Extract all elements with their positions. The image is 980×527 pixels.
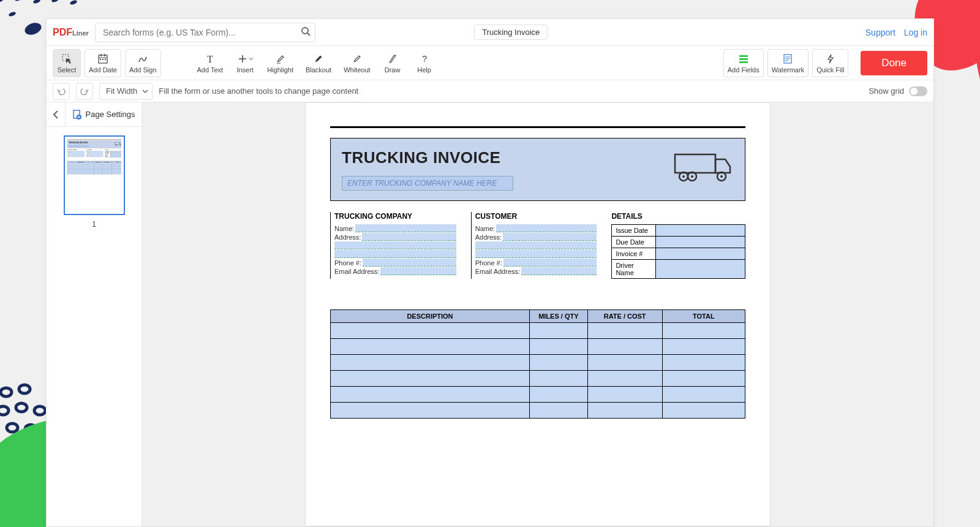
help-button[interactable]: ? Help bbox=[410, 49, 439, 77]
cust-address2-field[interactable] bbox=[86, 153, 103, 154]
table-cell[interactable] bbox=[662, 387, 745, 403]
table-row[interactable] bbox=[331, 387, 745, 403]
tc-name-field[interactable] bbox=[355, 224, 456, 232]
table-cell[interactable] bbox=[529, 371, 587, 387]
cust-phone-field[interactable] bbox=[90, 155, 103, 156]
table-cell[interactable] bbox=[102, 170, 111, 172]
cust-address-field[interactable] bbox=[90, 152, 104, 153]
table-row[interactable] bbox=[331, 339, 745, 355]
table-cell[interactable] bbox=[94, 162, 102, 164]
table-row[interactable] bbox=[67, 165, 121, 167]
page-thumbnail[interactable]: TRUCKING INVOICE ENTER TRUCKING COMPANY … bbox=[64, 135, 125, 215]
details-field[interactable] bbox=[656, 260, 745, 279]
blackout-button[interactable]: Blackout bbox=[301, 49, 336, 77]
table-cell[interactable] bbox=[94, 172, 102, 174]
redo-button[interactable] bbox=[76, 83, 93, 100]
table-cell[interactable] bbox=[67, 169, 94, 170]
zoom-select[interactable]: Fit Width bbox=[99, 83, 153, 100]
table-cell[interactable] bbox=[662, 403, 745, 419]
table-cell[interactable] bbox=[662, 323, 745, 339]
table-cell[interactable] bbox=[67, 170, 94, 172]
table-cell[interactable] bbox=[111, 167, 121, 169]
table-cell[interactable] bbox=[662, 371, 745, 387]
table-cell[interactable] bbox=[67, 167, 94, 169]
table-cell[interactable] bbox=[102, 167, 111, 169]
draw-button[interactable]: Draw bbox=[379, 49, 407, 77]
table-cell[interactable] bbox=[67, 172, 94, 174]
show-grid-toggle[interactable] bbox=[909, 86, 927, 96]
table-cell[interactable] bbox=[94, 167, 102, 169]
select-button[interactable]: Select bbox=[53, 49, 81, 77]
details-field[interactable] bbox=[110, 154, 121, 155]
search-input[interactable] bbox=[95, 23, 315, 42]
table-cell[interactable] bbox=[331, 323, 530, 339]
insert-button[interactable]: Insert bbox=[231, 49, 259, 77]
details-field[interactable] bbox=[656, 248, 745, 260]
cust-name-field[interactable] bbox=[89, 151, 103, 152]
cust-address3-field[interactable] bbox=[86, 154, 103, 155]
company-name-field[interactable]: ENTER TRUCKING COMPANY NAME HERE bbox=[342, 176, 513, 191]
tc-address2-field[interactable] bbox=[67, 153, 84, 154]
table-cell[interactable] bbox=[94, 170, 102, 172]
cust-phone-field[interactable] bbox=[503, 259, 597, 267]
details-field[interactable] bbox=[110, 155, 121, 157]
tc-address3-field[interactable] bbox=[334, 250, 456, 258]
add-date-button[interactable]: Add Date bbox=[85, 49, 121, 77]
quick-fill-button[interactable]: Quick Fill bbox=[812, 49, 848, 77]
table-row[interactable] bbox=[331, 403, 745, 419]
table-cell[interactable] bbox=[67, 165, 94, 167]
table-cell[interactable] bbox=[331, 355, 530, 371]
table-row[interactable] bbox=[331, 355, 745, 371]
tc-name-field[interactable] bbox=[70, 151, 84, 152]
table-cell[interactable] bbox=[529, 339, 587, 355]
thumbnails-panel[interactable]: TRUCKING INVOICE ENTER TRUCKING COMPANY … bbox=[47, 127, 141, 237]
tc-address2-field[interactable] bbox=[334, 241, 456, 249]
highlight-button[interactable]: Highlight bbox=[263, 49, 298, 77]
table-cell[interactable] bbox=[111, 169, 121, 170]
tc-phone-field[interactable] bbox=[71, 155, 84, 156]
document-page[interactable]: TRUCKING INVOICE ENTER TRUCKING COMPANY … bbox=[305, 102, 771, 526]
done-button[interactable]: Done bbox=[861, 51, 927, 75]
table-cell[interactable] bbox=[662, 339, 745, 355]
table-cell[interactable] bbox=[331, 387, 530, 403]
details-field[interactable] bbox=[656, 237, 745, 248]
sidebar-back-button[interactable] bbox=[47, 110, 65, 119]
add-text-button[interactable]: T Add Text bbox=[193, 49, 228, 77]
tc-address-field[interactable] bbox=[362, 233, 456, 241]
details-field[interactable] bbox=[110, 153, 121, 154]
table-row[interactable] bbox=[67, 170, 121, 172]
table-row[interactable] bbox=[331, 323, 745, 339]
page-settings-button[interactable]: Page Settings bbox=[65, 102, 141, 126]
whiteout-button[interactable]: Whiteout bbox=[339, 49, 374, 77]
cust-email-field[interactable] bbox=[521, 267, 597, 275]
undo-button[interactable] bbox=[53, 83, 70, 100]
table-cell[interactable] bbox=[111, 172, 121, 174]
login-link[interactable]: Log in bbox=[904, 28, 927, 37]
canvas-area[interactable]: TRUCKING INVOICE ENTER TRUCKING COMPANY … bbox=[142, 102, 933, 526]
table-row[interactable] bbox=[331, 371, 745, 387]
table-cell[interactable] bbox=[94, 169, 102, 170]
table-cell[interactable] bbox=[94, 165, 102, 167]
table-cell[interactable] bbox=[102, 162, 111, 164]
table-cell[interactable] bbox=[587, 339, 662, 355]
support-link[interactable]: Support bbox=[865, 28, 895, 37]
table-cell[interactable] bbox=[587, 355, 662, 371]
table-cell[interactable] bbox=[111, 165, 121, 167]
table-cell[interactable] bbox=[587, 403, 662, 419]
logo[interactable]: PDFLiner bbox=[53, 27, 89, 38]
add-sign-button[interactable]: Add Sign bbox=[125, 49, 161, 77]
tc-email-field[interactable] bbox=[380, 267, 456, 275]
cust-address2-field[interactable] bbox=[475, 241, 597, 249]
table-cell[interactable] bbox=[529, 387, 587, 403]
watermark-button[interactable]: Watermark bbox=[767, 49, 809, 77]
table-cell[interactable] bbox=[529, 403, 587, 419]
table-row[interactable] bbox=[67, 169, 121, 170]
details-field[interactable] bbox=[656, 225, 745, 237]
tc-email-field[interactable] bbox=[73, 156, 84, 157]
search-icon[interactable] bbox=[301, 26, 311, 39]
tc-address3-field[interactable] bbox=[67, 154, 84, 155]
tc-phone-field[interactable] bbox=[363, 259, 456, 267]
details-field[interactable] bbox=[110, 151, 121, 152]
table-cell[interactable] bbox=[529, 355, 587, 371]
table-cell[interactable] bbox=[111, 162, 121, 164]
